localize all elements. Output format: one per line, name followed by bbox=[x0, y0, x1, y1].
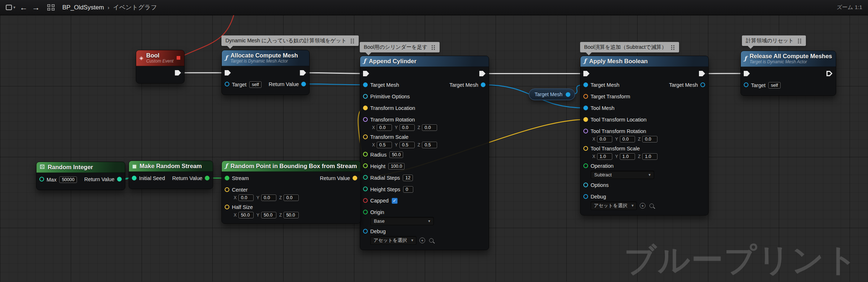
return-value-out-pin[interactable] bbox=[117, 177, 122, 181]
max-input[interactable]: 50000 bbox=[59, 176, 77, 183]
transform-rotation-y-input[interactable]: 0.0 bbox=[400, 124, 415, 131]
breadcrumb-blueprint[interactable]: BP_OldSystem bbox=[62, 4, 104, 11]
center-y-input[interactable]: 0.0 bbox=[261, 195, 276, 201]
node-comment-release[interactable]: 計算領域のリセット bbox=[742, 35, 806, 46]
node-append_cylinder[interactable]: ƒAppend CylinderTarget MeshPrimitive Opt… bbox=[360, 56, 489, 250]
transform-rotation-z-input[interactable]: 0.0 bbox=[422, 124, 437, 131]
radius-input[interactable]: 50.0 bbox=[389, 151, 403, 158]
back-button[interactable]: ← bbox=[20, 4, 28, 12]
max-in-pin[interactable] bbox=[39, 177, 44, 181]
return-value-out-pin[interactable] bbox=[301, 82, 306, 86]
stream-in-pin[interactable] bbox=[225, 176, 229, 180]
tool-transform-scale-x-input[interactable]: 1.0 bbox=[597, 153, 612, 160]
node-header[interactable]: ƒApply Mesh Boolean bbox=[580, 56, 708, 67]
tool-transform-scale-y-input[interactable]: 1.0 bbox=[620, 153, 635, 160]
primitive-options-in-pin[interactable] bbox=[363, 94, 368, 99]
target-in-pin[interactable] bbox=[744, 82, 748, 87]
target-mesh-out-pin[interactable] bbox=[481, 82, 485, 87]
options-in-pin[interactable] bbox=[583, 183, 588, 187]
target-in-pin[interactable] bbox=[225, 82, 229, 86]
half-size-y-input[interactable]: 50.0 bbox=[261, 212, 276, 218]
origin-in-pin[interactable] bbox=[363, 210, 368, 214]
transform-scale-y-input[interactable]: 0.5 bbox=[400, 142, 415, 148]
target-input[interactable]: self bbox=[249, 81, 261, 88]
debug-asset-dropdown[interactable]: アセットを選択▾ bbox=[370, 236, 416, 245]
radial-steps-in-pin[interactable] bbox=[363, 175, 368, 180]
operation-dropdown[interactable]: Subtract▾ bbox=[591, 171, 654, 179]
transform-scale-x-input[interactable]: 0.5 bbox=[377, 142, 392, 148]
debug-asset-dropdown[interactable]: アセットを選択▾ bbox=[591, 201, 637, 210]
return-value-out-pin[interactable] bbox=[353, 176, 357, 180]
node-comment-append[interactable]: Bool用のシリンダーを足す bbox=[360, 42, 440, 52]
exec-out-pin[interactable] bbox=[826, 71, 833, 76]
node-random_integer[interactable]: ⚄Random IntegerMax50000Return Value bbox=[36, 162, 125, 190]
exec-in-pin[interactable] bbox=[225, 70, 231, 76]
node-header[interactable]: ■Make Random Stream bbox=[129, 161, 213, 172]
node-header[interactable]: ◈BoolCustom Event bbox=[136, 50, 184, 66]
initial-seed-in-pin[interactable] bbox=[132, 176, 137, 180]
node-header[interactable]: ƒAppend Cylinder bbox=[360, 56, 489, 67]
use-selected-asset-icon[interactable]: + bbox=[419, 238, 425, 243]
editor-selector[interactable]: ▾ bbox=[6, 5, 16, 10]
target-mesh-in-pin[interactable] bbox=[363, 82, 368, 87]
node-make_random_stream[interactable]: ■Make Random StreamInitial SeedReturn Va… bbox=[129, 161, 213, 189]
node-random_point[interactable]: ƒRandom Point in Bounding Box from Strea… bbox=[221, 161, 361, 224]
target-mesh-in-pin[interactable] bbox=[583, 82, 588, 87]
exec-in-pin[interactable] bbox=[583, 71, 590, 76]
height-steps-input[interactable]: 0 bbox=[403, 186, 413, 193]
return-value-out-pin[interactable] bbox=[205, 176, 210, 180]
half-size-z-input[interactable]: 50.0 bbox=[284, 212, 299, 218]
height-input[interactable]: 100.0 bbox=[388, 163, 405, 170]
tool-transform-scale-z-input[interactable]: 1.0 bbox=[642, 153, 657, 160]
exec-out-pin[interactable] bbox=[300, 70, 306, 76]
use-selected-asset-icon[interactable]: + bbox=[640, 203, 645, 209]
wire-object[interactable] bbox=[304, 84, 366, 85]
browse-asset-icon[interactable] bbox=[649, 204, 654, 208]
center-in-pin[interactable] bbox=[225, 187, 229, 192]
operation-in-pin[interactable] bbox=[583, 163, 588, 168]
node-bool_event[interactable]: ◈BoolCustom Event bbox=[136, 50, 185, 84]
transform-location-in-pin[interactable] bbox=[363, 106, 368, 110]
tool-mesh-in-pin[interactable] bbox=[583, 106, 588, 110]
node-comment-allocate[interactable]: Dynamic Mesh に入っている奴の計算領域をゲット bbox=[221, 35, 359, 46]
center-z-input[interactable]: 0.0 bbox=[284, 195, 299, 201]
tool-transform-scale-in-pin[interactable] bbox=[583, 146, 588, 151]
debug-in-pin[interactable] bbox=[363, 229, 368, 234]
browse-asset-icon[interactable] bbox=[429, 238, 433, 243]
target-input[interactable]: self bbox=[768, 82, 780, 89]
exec-in-pin[interactable] bbox=[363, 71, 369, 76]
graph-canvas[interactable]: ブループリント Dynamic Mesh に入っている奴の計算領域をゲット Bo… bbox=[0, 15, 868, 282]
transform-scale-z-input[interactable]: 0.5 bbox=[422, 142, 437, 148]
transform-rotation-in-pin[interactable] bbox=[363, 117, 368, 122]
target-transform-in-pin[interactable] bbox=[583, 94, 588, 99]
radius-in-pin[interactable] bbox=[363, 152, 368, 157]
tool-transform-location-in-pin[interactable] bbox=[583, 117, 588, 122]
radial-steps-input[interactable]: 12 bbox=[403, 175, 413, 181]
node-header[interactable]: ⚄Random Integer bbox=[36, 162, 125, 173]
exec-in-pin[interactable] bbox=[744, 71, 750, 76]
exec-out-pin[interactable] bbox=[479, 71, 485, 76]
target-mesh-out-pin[interactable] bbox=[700, 82, 705, 87]
node-apply_boolean[interactable]: ƒApply Mesh BooleanTarget MeshTarget Tra… bbox=[580, 56, 709, 215]
height-in-pin[interactable] bbox=[363, 163, 368, 168]
node-release[interactable]: ƒRelease All Compute MeshesTarget is Dyn… bbox=[740, 51, 836, 96]
delegate-pin[interactable] bbox=[176, 56, 181, 60]
tool-transform-rotation-z-input[interactable]: 0.0 bbox=[642, 136, 657, 142]
tool-transform-rotation-y-input[interactable]: 0.0 bbox=[620, 136, 635, 142]
half-size-x-input[interactable]: 50.0 bbox=[238, 212, 254, 218]
node-allocate[interactable]: ƒAllocate Compute MeshTarget is Dynamic … bbox=[221, 50, 310, 95]
tool-transform-rotation-in-pin[interactable] bbox=[583, 129, 588, 133]
graph-hierarchy-icon[interactable] bbox=[47, 4, 55, 10]
exec-out-pin[interactable] bbox=[175, 70, 181, 76]
debug-in-pin[interactable] bbox=[583, 194, 588, 199]
node-header[interactable]: ƒRandom Point in Bounding Box from Strea… bbox=[222, 161, 360, 172]
center-x-input[interactable]: 0.0 bbox=[238, 195, 254, 201]
half-size-in-pin[interactable] bbox=[225, 205, 229, 209]
origin-dropdown[interactable]: Base▾ bbox=[370, 217, 434, 225]
node-target_mesh_var[interactable]: Target Mesh bbox=[529, 89, 575, 100]
variable-output-pin[interactable] bbox=[566, 92, 570, 97]
exec-out-pin[interactable] bbox=[699, 71, 705, 76]
node-header[interactable]: ƒRelease All Compute MeshesTarget is Dyn… bbox=[741, 51, 836, 67]
node-comment-boolean[interactable]: Bool演算を追加（Subtractで減算） bbox=[580, 42, 679, 52]
breadcrumb-graph[interactable]: イベントグラフ bbox=[113, 3, 157, 12]
